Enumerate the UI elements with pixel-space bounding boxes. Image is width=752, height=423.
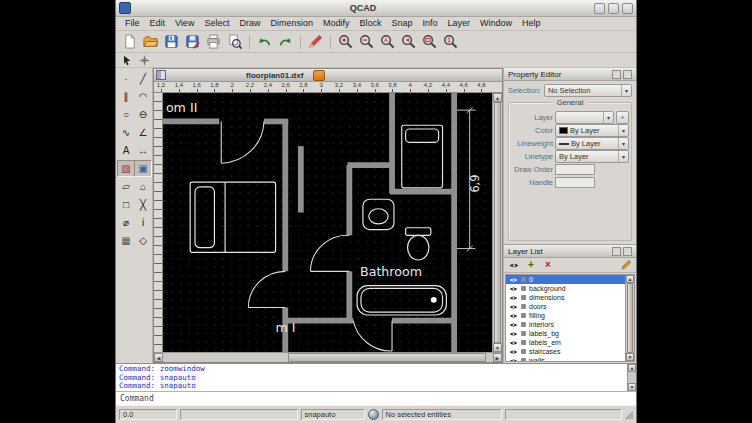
menu-block[interactable]: Block — [354, 17, 386, 30]
minimize-button[interactable] — [594, 3, 605, 14]
layer-combo[interactable] — [555, 111, 614, 124]
layer-lock-icon[interactable] — [521, 358, 526, 361]
print-preview-button[interactable] — [225, 32, 244, 51]
layer-row-background[interactable]: background — [506, 284, 625, 293]
color-combo[interactable]: By Layer — [555, 124, 629, 137]
scroll-up-icon[interactable] — [628, 364, 636, 372]
parallel-tool[interactable]: ∥ — [117, 88, 135, 105]
crosshair-button[interactable] — [137, 53, 152, 67]
text-tool[interactable]: A — [117, 142, 135, 159]
menu-layer[interactable]: Layer — [443, 17, 476, 30]
layer-lock-icon[interactable] — [521, 349, 526, 354]
layer-row-filling[interactable]: filling — [506, 311, 625, 320]
add-layer-button[interactable]: + — [524, 258, 538, 272]
layer-scroll-thumb[interactable] — [627, 283, 633, 353]
layer-visible-eye-icon[interactable] — [509, 331, 518, 337]
menu-edit[interactable]: Edit — [145, 17, 171, 30]
panel-close-button[interactable] — [623, 70, 632, 79]
panel-float-button[interactable] — [612, 70, 621, 79]
command-input[interactable]: Command — [116, 391, 636, 405]
menu-draw[interactable]: Draw — [234, 17, 265, 30]
document-close-button[interactable] — [313, 70, 325, 81]
hatch-tool[interactable]: ▨ — [117, 160, 135, 177]
document-titlebar[interactable]: floorplan01.dxf — [154, 69, 502, 82]
menu-window[interactable]: Window — [475, 17, 517, 30]
selection-pointer-button[interactable] — [120, 53, 135, 67]
layer-lock-icon[interactable] — [521, 286, 526, 291]
layer-lock-icon[interactable] — [521, 340, 526, 345]
save-button[interactable] — [162, 32, 181, 51]
zoom-in-button[interactable] — [336, 32, 355, 51]
ellipse-tool[interactable]: ⊖ — [134, 106, 152, 123]
property-editor-titlebar[interactable]: Property Editor — [504, 68, 636, 81]
panel-close-button[interactable] — [623, 247, 632, 256]
redo-button[interactable] — [276, 32, 295, 51]
menu-select[interactable]: Select — [199, 17, 234, 30]
layer-visible-eye-icon[interactable] — [509, 304, 518, 310]
linetype-combo[interactable]: By Layer — [555, 150, 629, 163]
zoom-out-button[interactable] — [357, 32, 376, 51]
layer-lock-icon[interactable] — [521, 277, 526, 282]
drawing-canvas[interactable]: om II Bathroom m I 6,9 — [163, 93, 492, 352]
draworder-input[interactable] — [555, 164, 595, 175]
undo-button[interactable] — [255, 32, 274, 51]
layer-list-titlebar[interactable]: Layer List — [504, 245, 636, 258]
layer-lock-icon[interactable] — [521, 313, 526, 318]
layer-row-doors[interactable]: doors — [506, 302, 625, 311]
select-tool[interactable]: □ — [117, 196, 135, 213]
zoom-auto-button[interactable]: A — [378, 32, 397, 51]
circle-tool[interactable]: ○ — [117, 106, 135, 123]
zoom-window-button[interactable] — [420, 32, 439, 51]
vertical-scroll-thumb[interactable] — [494, 102, 501, 343]
panel-float-button[interactable] — [612, 247, 621, 256]
lineweight-combo[interactable]: By Layer — [555, 137, 629, 150]
command-history-scrollbar[interactable] — [627, 364, 636, 391]
layer-visible-eye-icon[interactable] — [509, 349, 518, 355]
horizontal-scroll-track[interactable] — [163, 353, 493, 362]
scroll-down-icon[interactable] — [626, 353, 634, 361]
menu-view[interactable]: View — [170, 17, 199, 30]
scroll-right-icon[interactable] — [493, 353, 502, 362]
layer-row-labels_bg[interactable]: labels_bg — [506, 329, 625, 338]
zoom-pan-button[interactable] — [441, 32, 460, 51]
scroll-up-icon[interactable] — [626, 275, 634, 283]
layer-lock-icon[interactable] — [521, 331, 526, 336]
layer-visible-eye-icon[interactable] — [509, 286, 518, 292]
layer-visible-eye-icon[interactable] — [509, 313, 518, 319]
info-tool[interactable]: i — [134, 214, 152, 231]
layer-lock-icon[interactable] — [521, 304, 526, 309]
dimension-tool[interactable]: ↔ — [134, 142, 152, 159]
spline-tool[interactable]: ∿ — [117, 124, 135, 141]
explode-tool[interactable]: ◇ — [134, 232, 152, 249]
layer-visible-eye-icon[interactable] — [509, 358, 518, 362]
new-file-button[interactable] — [120, 32, 139, 51]
layer-lock-icon[interactable] — [521, 295, 526, 300]
layer-row-0[interactable]: 0 — [506, 275, 625, 284]
edit-layer-button[interactable] — [619, 258, 633, 272]
edit-pencil-button[interactable] — [306, 32, 325, 51]
scroll-left-icon[interactable] — [154, 353, 163, 362]
line-tool[interactable]: ╱ — [134, 70, 152, 87]
remove-layer-button[interactable]: × — [541, 258, 555, 272]
point-tool[interactable]: ∙ — [117, 70, 135, 87]
layer-visible-eye-icon[interactable] — [509, 277, 518, 283]
layer-list-scrollbar[interactable] — [625, 275, 634, 361]
image-tool[interactable]: ▣ — [134, 160, 152, 177]
scroll-down-icon[interactable] — [493, 343, 502, 352]
resize-grip[interactable] — [625, 411, 633, 419]
scroll-down-icon[interactable] — [628, 383, 636, 391]
horizontal-scroll-thumb[interactable] — [288, 353, 486, 362]
canvas-vertical-scrollbar[interactable] — [492, 93, 502, 352]
print-button[interactable] — [204, 32, 223, 51]
canvas-horizontal-scrollbar[interactable] — [154, 352, 502, 362]
polyline-tool[interactable]: ∠ — [134, 124, 152, 141]
menu-file[interactable]: File — [120, 17, 145, 30]
handle-input[interactable] — [555, 177, 595, 188]
menu-snap[interactable]: Snap — [386, 17, 417, 30]
selection-combo[interactable]: No Selection — [544, 84, 632, 97]
layer-row-labels_em[interactable]: labels_em — [506, 338, 625, 347]
save-as-button[interactable] — [183, 32, 202, 51]
measure-tool[interactable]: ⌀ — [117, 214, 135, 231]
layer-visible-eye-icon[interactable] — [509, 295, 518, 301]
isometric-tool[interactable]: ▦ — [117, 232, 135, 249]
